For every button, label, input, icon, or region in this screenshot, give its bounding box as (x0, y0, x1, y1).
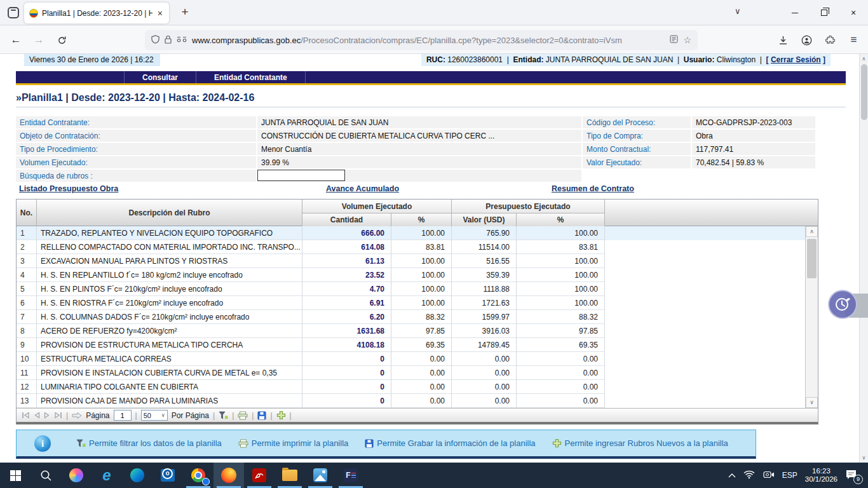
cell-pct1: 100.00 (391, 282, 452, 296)
downloads-icon[interactable] (773, 31, 794, 49)
info-value: 117,797.41 (692, 143, 815, 155)
camera-icon[interactable] (763, 470, 775, 481)
scroll-up-icon[interactable]: ∧ (860, 56, 868, 62)
table-row[interactable]: 4H. S. EN REPLANTILLO f´c= 180 kg/cm2 in… (17, 268, 818, 282)
extensions-icon[interactable] (820, 31, 841, 49)
taskbar-file-explorer-icon[interactable] (275, 463, 305, 488)
acrobat-icon (252, 468, 266, 482)
taskbar-edge-icon[interactable] (122, 463, 153, 488)
taskbar-search-icon[interactable] (31, 463, 61, 488)
reload-button[interactable] (52, 32, 71, 48)
table-row[interactable]: 11PROVISION E INSTALACION CUBIERTA CURVA… (17, 366, 818, 380)
bookmark-star-icon[interactable]: ☆ (683, 35, 691, 45)
table-row[interactable]: 2RELLENO COMPACTADO CON MATERIAL IMPORTA… (17, 240, 818, 254)
info-label: Objeto de Contratación: (16, 130, 256, 142)
forward-button[interactable]: → (29, 32, 48, 48)
table-row[interactable]: 10ESTRUCTURA METALICA CORREAS00.000.000.… (17, 352, 818, 366)
last-page-icon[interactable] (54, 412, 62, 419)
nav-item[interactable]: Consultar (124, 71, 196, 83)
nav-item[interactable]: Entidad Contratante (196, 71, 306, 83)
table-row[interactable]: 7H. S. COLUMNAS DADOS F´c= 210kg/cm² inc… (17, 310, 818, 324)
table-row[interactable]: 9PROVISION DE ESTRUCTURA METALICA TIPO C… (17, 338, 818, 352)
cell-desc: TRAZADO, REPLANTEO Y NIVELACION EQUIPO T… (37, 226, 302, 240)
language-indicator[interactable]: ESP (782, 471, 797, 480)
logout-link[interactable]: [ Cerrar Sesión ] (766, 55, 825, 64)
new-tab-button[interactable]: + (177, 5, 193, 19)
info-row-search: Búsqueda de rubros : (16, 170, 815, 182)
taskbar-acrobat-icon[interactable] (244, 463, 275, 488)
taskbar-fapp-icon[interactable]: F (336, 463, 366, 488)
tray-expand-icon[interactable] (728, 471, 736, 480)
taskbar-copilot-icon[interactable] (61, 463, 92, 488)
permissions-icon[interactable] (177, 36, 187, 44)
ruc-value: 1260023860001 (447, 55, 503, 64)
taskbar-photos-icon[interactable] (305, 463, 336, 488)
scrollbar-thumb[interactable] (861, 64, 867, 120)
link-listado-presupuesto[interactable]: Listado Presupuesto Obra (19, 184, 118, 193)
toolbar-right: ≡ (773, 31, 864, 49)
save-icon[interactable] (257, 411, 266, 420)
info-label: Valor Ejecutado: (583, 156, 691, 168)
cell-valor: 765.90 (452, 226, 517, 240)
search-label: Búsqueda de rubros : (16, 170, 256, 182)
cell-fill (605, 352, 794, 366)
prev-page-icon[interactable] (34, 412, 40, 419)
legend-item: Permite Grabar la información de la plan… (365, 438, 535, 448)
table-row[interactable]: 1TRAZADO, REPLANTEO Y NIVELACION EQUIPO … (17, 226, 818, 240)
list-tabs-icon[interactable]: ∨ (735, 6, 741, 16)
taskbar-firefox-icon[interactable] (214, 463, 244, 488)
cell-pct2: 0.00 (517, 380, 605, 394)
info-label: Monto Contractual: (583, 143, 691, 155)
browser-tab[interactable]: Planilla1 | Desde: 2023-12-20 | H × (24, 3, 169, 24)
scroll-down-icon[interactable]: ∨ (806, 397, 818, 408)
taskbar-internet-explorer-icon[interactable]: e (92, 463, 122, 488)
cell-pct2: 83.81 (517, 240, 605, 254)
taskbar-chrome-icon[interactable] (183, 463, 214, 488)
maximize-button[interactable] (810, 0, 839, 25)
menu-icon[interactable]: ≡ (843, 31, 864, 49)
table-row[interactable]: 3EXCAVACION MANUAL PARA PLINTOS Y RIOSTR… (17, 254, 818, 268)
wifi-icon[interactable] (743, 470, 755, 481)
table-row[interactable]: 6H. S. EN RIOSTRA F´c= 210kg/cm² incluye… (17, 296, 818, 310)
taskbar-clock[interactable]: 16:2330/1/2026 (805, 467, 837, 484)
scroll-down-icon[interactable]: ∨ (860, 455, 868, 461)
cell-cantidad: 6.91 (302, 296, 391, 310)
page-number-input[interactable] (114, 410, 132, 421)
col-header-descripcion: Descripción del Rubro (37, 200, 302, 226)
print-icon[interactable] (238, 411, 248, 420)
go-page-icon[interactable] (72, 412, 82, 419)
table-row[interactable]: 13PROVISION CAJA DE MANDO PARA LUMINARIA… (17, 394, 818, 408)
tab-overview-icon[interactable] (8, 7, 19, 18)
account-icon[interactable] (796, 31, 817, 49)
url-bar[interactable]: www.compraspublicas.gob.ec/ProcesoContra… (145, 30, 698, 50)
table-row[interactable]: 5H. S. EN PLINTOS F´c= 210kg/cm² incluye… (17, 282, 818, 296)
per-page-select[interactable]: 50∨ (141, 410, 168, 421)
reader-view-icon[interactable] (670, 35, 678, 45)
close-button[interactable]: × (839, 0, 868, 25)
next-page-icon[interactable] (44, 412, 50, 419)
table-row[interactable]: 12LUMINARIA TIPO COLGANTE EN CUBIERTA00.… (17, 380, 818, 394)
start-button[interactable] (0, 463, 31, 488)
cell-cantidad: 0 (302, 380, 391, 394)
minimize-button[interactable]: ─ (780, 0, 810, 25)
back-button[interactable]: ← (6, 32, 25, 48)
tab-close-icon[interactable]: × (156, 8, 164, 18)
table-row[interactable]: 8ACERO DE REFUERZO fy=4200kg/cm²1631.689… (17, 324, 818, 338)
cell-no: 7 (17, 310, 37, 324)
page-scrollbar[interactable]: ∧ ∨ (859, 54, 868, 463)
add-rubro-icon[interactable] (276, 410, 286, 420)
rubros-search-input[interactable] (257, 170, 345, 181)
lock-icon[interactable] (165, 35, 172, 46)
shield-icon[interactable] (151, 35, 159, 46)
scroll-up-icon[interactable]: ∧ (806, 226, 818, 237)
scrollbar-thumb[interactable] (807, 239, 817, 278)
filter-icon[interactable] (219, 411, 228, 420)
cell-fill (605, 394, 794, 408)
time-tracker-widget[interactable] (828, 290, 857, 319)
link-resumen-contrato[interactable]: Resumen de Contrato (552, 184, 634, 193)
first-page-icon[interactable] (22, 412, 30, 419)
notification-center-icon[interactable]: 9 (845, 469, 862, 482)
table-scrollbar[interactable]: ∧ ∨ (805, 226, 818, 408)
taskbar-outlook-icon[interactable] (153, 463, 183, 488)
link-avance-acumulado[interactable]: Avance Acumulado (326, 184, 399, 193)
